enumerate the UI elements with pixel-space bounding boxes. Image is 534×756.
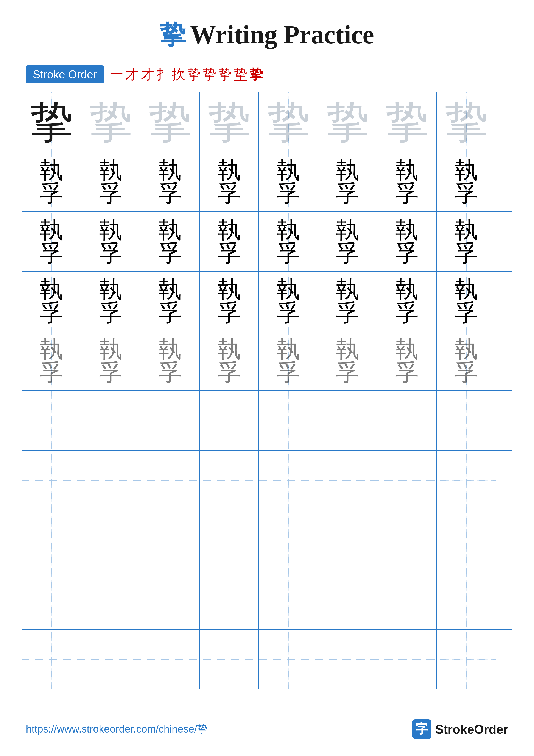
grid-cell-3-2: 執 孚 — [81, 212, 140, 271]
grid-cell-7-3[interactable] — [140, 451, 200, 510]
char-bot: 孚 — [99, 301, 122, 325]
grid-cell-2-1: 執 孚 — [22, 152, 81, 211]
grid-cell-10-7[interactable] — [377, 630, 437, 689]
char-top: 執 — [336, 278, 359, 301]
char-bot: 孚 — [99, 242, 122, 265]
char-top: 執 — [395, 159, 419, 182]
char-bot: 孚 — [217, 182, 241, 205]
stroke-order-chars: 一 才 才 扌 扻 挚 挚 挚 挚 挚 — [110, 65, 263, 83]
grid-cell-6-2[interactable] — [81, 391, 140, 450]
grid-cell-10-3[interactable] — [140, 630, 200, 689]
grid-cell-2-5: 執 孚 — [259, 152, 318, 211]
char-top: 執 — [40, 338, 63, 361]
grid-cell-4-2: 執 孚 — [81, 272, 140, 331]
char-bot: 孚 — [395, 301, 419, 325]
grid-row-2: 執 孚 執 孚 執 孚 執 孚 執 孚 執 孚 執 孚 執 孚 — [22, 152, 512, 212]
grid-cell-3-6: 執 孚 — [318, 212, 377, 271]
grid-cell-9-7[interactable] — [377, 570, 437, 629]
char-guide: 挚 — [267, 101, 310, 144]
footer-brand: 字 StrokeOrder — [412, 719, 508, 739]
grid-row-6 — [22, 391, 512, 451]
footer-url[interactable]: https://www.strokeorder.com/chinese/挚 — [26, 722, 207, 736]
grid-cell-9-1[interactable] — [22, 570, 81, 629]
grid-cell-10-8[interactable] — [437, 630, 496, 689]
grid-cell-8-6[interactable] — [318, 510, 377, 570]
char-top: 執 — [277, 338, 300, 361]
grid-cell-6-3[interactable] — [140, 391, 200, 450]
grid-cell-3-3: 執 孚 — [140, 212, 200, 271]
grid-cell-2-7: 執 孚 — [377, 152, 437, 211]
grid-cell-9-4[interactable] — [200, 570, 259, 629]
char-bot: 孚 — [277, 301, 300, 325]
grid-cell-9-5[interactable] — [259, 570, 318, 629]
grid-row-4: 執 孚 執 孚 執 孚 執 孚 執 孚 執 孚 執 孚 執 孚 — [22, 272, 512, 331]
stroke-10: 挚 — [249, 65, 263, 83]
grid-cell-5-6: 執 孚 — [318, 331, 377, 391]
grid-cell-7-2[interactable] — [81, 451, 140, 510]
grid-cell-8-5[interactable] — [259, 510, 318, 570]
char-top: 執 — [99, 159, 122, 182]
char-bot: 孚 — [40, 182, 63, 205]
grid-cell-1-1: 挚 — [22, 93, 81, 152]
char-top: 執 — [277, 278, 300, 301]
char-bot: 孚 — [395, 242, 419, 265]
grid-cell-7-8[interactable] — [437, 451, 496, 510]
char-top: 執 — [158, 278, 182, 301]
grid-cell-6-6[interactable] — [318, 391, 377, 450]
grid-cell-10-6[interactable] — [318, 630, 377, 689]
grid-row-8 — [22, 510, 512, 570]
grid-cell-4-8: 執 孚 — [437, 272, 496, 331]
grid-cell-7-6[interactable] — [318, 451, 377, 510]
grid-cell-7-1[interactable] — [22, 451, 81, 510]
grid-cell-6-7[interactable] — [377, 391, 437, 450]
char-bot: 孚 — [455, 182, 478, 205]
char-bot: 孚 — [395, 361, 419, 384]
grid-cell-6-1[interactable] — [22, 391, 81, 450]
grid-cell-9-3[interactable] — [140, 570, 200, 629]
grid-cell-7-5[interactable] — [259, 451, 318, 510]
char-bot: 孚 — [455, 242, 478, 265]
grid-cell-6-5[interactable] — [259, 391, 318, 450]
grid-row-10 — [22, 630, 512, 689]
char-top: 執 — [99, 338, 122, 361]
grid-cell-9-8[interactable] — [437, 570, 496, 629]
grid-cell-8-7[interactable] — [377, 510, 437, 570]
grid-cell-10-1[interactable] — [22, 630, 81, 689]
char-top: 執 — [158, 338, 182, 361]
grid-cell-10-5[interactable] — [259, 630, 318, 689]
grid-cell-2-3: 執 孚 — [140, 152, 200, 211]
stroke-9: 挚 — [234, 65, 247, 83]
char-dark: 挚 — [30, 101, 73, 144]
char-bot: 孚 — [40, 361, 63, 384]
char-top: 執 — [277, 159, 300, 182]
grid-cell-9-2[interactable] — [81, 570, 140, 629]
grid-cell-8-2[interactable] — [81, 510, 140, 570]
char-top: 執 — [217, 159, 241, 182]
grid-cell-8-4[interactable] — [200, 510, 259, 570]
grid-cell-8-8[interactable] — [437, 510, 496, 570]
grid-cell-4-1: 執 孚 — [22, 272, 81, 331]
char-guide: 挚 — [385, 101, 428, 144]
char-bot: 孚 — [336, 361, 359, 384]
grid-cell-10-2[interactable] — [81, 630, 140, 689]
char-top: 執 — [395, 278, 419, 301]
char-top: 執 — [395, 218, 419, 242]
char-bot: 孚 — [40, 301, 63, 325]
grid-cell-9-6[interactable] — [318, 570, 377, 629]
grid-cell-8-3[interactable] — [140, 510, 200, 570]
char-top: 執 — [40, 218, 63, 242]
grid-cell-8-1[interactable] — [22, 510, 81, 570]
grid-cell-3-5: 執 孚 — [259, 212, 318, 271]
grid-cell-6-4[interactable] — [200, 391, 259, 450]
grid-cell-5-4: 執 孚 — [200, 331, 259, 391]
grid-cell-7-7[interactable] — [377, 451, 437, 510]
stroke-order-badge: Stroke Order — [26, 65, 104, 83]
grid-cell-7-4[interactable] — [200, 451, 259, 510]
brand-name: StrokeOrder — [435, 722, 508, 736]
char-bot: 孚 — [158, 361, 182, 384]
char-bot: 孚 — [217, 301, 241, 325]
char-top: 執 — [217, 278, 241, 301]
grid-cell-6-8[interactable] — [437, 391, 496, 450]
grid-cell-10-4[interactable] — [200, 630, 259, 689]
char-top: 執 — [99, 278, 122, 301]
